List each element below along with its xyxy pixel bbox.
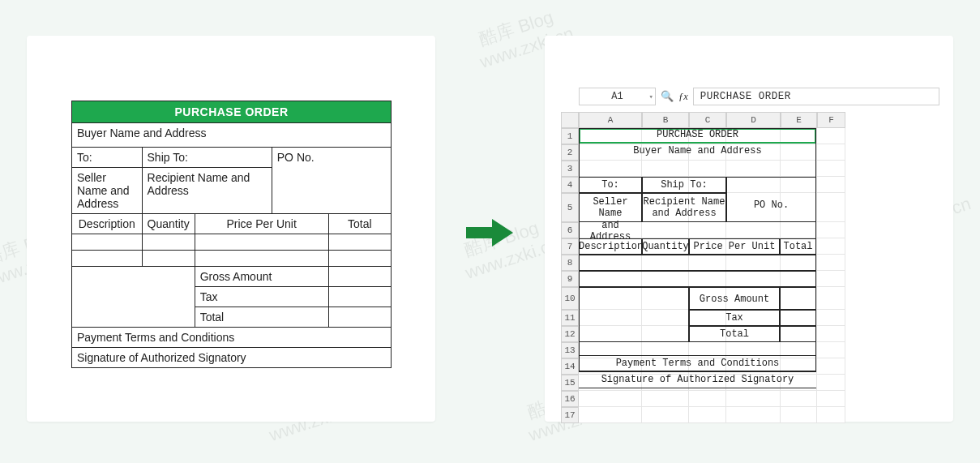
select-all-corner[interactable]: [561, 112, 579, 128]
cell-f3[interactable]: [817, 161, 845, 177]
col-header-e[interactable]: E: [781, 112, 817, 128]
word-document-panel: PURCHASE ORDER Buyer Name and Address To…: [27, 36, 435, 422]
formula-bar-row: A1 ▾ 🔍 ƒx PURCHASE ORDER: [561, 84, 939, 112]
col-header-b[interactable]: B: [642, 112, 689, 128]
row-header-8[interactable]: 8: [561, 255, 579, 271]
po-no-cell: PO No.: [272, 148, 391, 214]
cell-f7[interactable]: [817, 238, 845, 255]
row-header-3[interactable]: 3: [561, 161, 579, 177]
row-header-14[interactable]: 14: [561, 358, 579, 375]
cell-e15[interactable]: [781, 375, 817, 391]
cell-c16[interactable]: [689, 391, 726, 407]
cell-f12[interactable]: [817, 326, 845, 342]
formula-bar[interactable]: PURCHASE ORDER: [693, 88, 939, 105]
tax-label: Tax: [195, 287, 328, 307]
gross-label: Gross Amount: [195, 267, 328, 287]
row-header-2[interactable]: 2: [561, 144, 579, 161]
buyer-cell: Buyer Name and Address: [72, 123, 392, 148]
arrow-icon: [466, 219, 515, 250]
row-header-9[interactable]: 9: [561, 271, 579, 287]
col-total: Total: [328, 214, 391, 234]
recipient-cell: Recipient Name and Address: [142, 168, 272, 214]
col-header-c[interactable]: C: [689, 112, 726, 128]
row-header-11[interactable]: 11: [561, 310, 579, 326]
formula-bar-value: PURCHASE ORDER: [700, 91, 791, 102]
cell-f15[interactable]: [817, 375, 845, 391]
cell-f9[interactable]: [817, 271, 845, 287]
row-header-6[interactable]: 6: [561, 222, 579, 238]
cell-e16[interactable]: [781, 391, 817, 407]
cell-d16[interactable]: [726, 391, 781, 407]
cell-b17[interactable]: [642, 407, 689, 423]
cell-f11[interactable]: [817, 310, 845, 326]
col-ppu: Price Per Unit: [195, 214, 328, 234]
cell-d15[interactable]: [726, 375, 781, 391]
fx-icon[interactable]: ƒx: [678, 91, 688, 103]
search-icon[interactable]: 🔍: [661, 90, 674, 103]
row-header-10[interactable]: 10: [561, 287, 579, 310]
cell-b15[interactable]: [642, 375, 689, 391]
col-header-a[interactable]: A: [579, 112, 642, 128]
cell-e17[interactable]: [781, 407, 817, 423]
cell-f6[interactable]: [817, 222, 845, 238]
row-header-5[interactable]: 5: [561, 193, 579, 222]
cell-f17[interactable]: [817, 407, 845, 423]
cell-f14[interactable]: [817, 358, 845, 375]
cell-f1[interactable]: [817, 128, 845, 144]
row-header-13[interactable]: 13: [561, 342, 579, 358]
row-header-12[interactable]: 12: [561, 326, 579, 342]
row-header-15[interactable]: 15: [561, 375, 579, 391]
cell-b16[interactable]: [642, 391, 689, 407]
name-box-dropdown-icon[interactable]: ▾: [649, 92, 653, 101]
col-qty: Quantity: [142, 214, 195, 234]
cell-c15[interactable]: [689, 375, 726, 391]
cell-a16[interactable]: [579, 391, 642, 407]
terms-cell: Payment Terms and Conditions: [72, 328, 392, 348]
po-header: PURCHASE ORDER: [72, 101, 392, 123]
to-label: To:: [72, 148, 143, 168]
cell-d17[interactable]: [726, 407, 781, 423]
cell-f8[interactable]: [817, 255, 845, 271]
row-header-7[interactable]: 7: [561, 238, 579, 255]
cell-f5[interactable]: [817, 193, 845, 222]
cell-f10[interactable]: [817, 287, 845, 310]
svg-marker-0: [466, 219, 513, 247]
signature-cell: Signature of Authorized Signatory: [72, 348, 392, 368]
cell-f4[interactable]: [817, 177, 845, 193]
col-header-d[interactable]: D: [726, 112, 781, 128]
word-purchase-order-table: PURCHASE ORDER Buyer Name and Address To…: [71, 101, 392, 368]
cell-f13[interactable]: [817, 342, 845, 358]
cell-a15[interactable]: [579, 375, 642, 391]
seller-cell: Seller Name and Address: [72, 168, 143, 214]
cell-f16[interactable]: [817, 391, 845, 407]
name-box[interactable]: A1 ▾: [579, 88, 656, 105]
excel-spreadsheet-panel: A1 ▾ 🔍 ƒx PURCHASE ORDER ABCDEF123456789…: [545, 36, 953, 422]
row-header-17[interactable]: 17: [561, 407, 579, 423]
name-box-value: A1: [611, 91, 623, 102]
cell-f2[interactable]: [817, 144, 845, 161]
row-header-1[interactable]: 1: [561, 128, 579, 144]
row-header-16[interactable]: 16: [561, 391, 579, 407]
cell-a17[interactable]: [579, 407, 642, 423]
row-header-4[interactable]: 4: [561, 177, 579, 193]
col-header-f[interactable]: F: [817, 112, 845, 128]
total-sum-label: Total: [195, 307, 328, 328]
ship-to-label: Ship To:: [142, 148, 272, 168]
col-desc: Description: [72, 214, 143, 234]
cell-c17[interactable]: [689, 407, 726, 423]
